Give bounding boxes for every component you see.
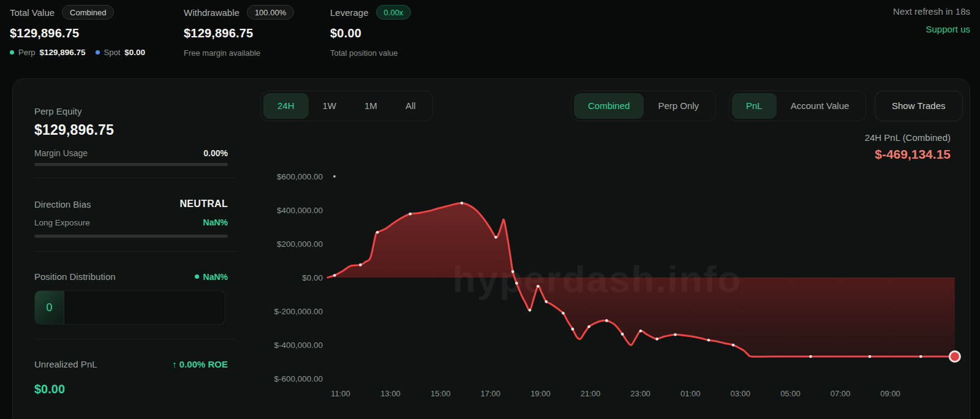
long-exposure-row: Long Exposure NaN%: [34, 217, 228, 227]
data-point: [707, 339, 710, 342]
direction-bias-value: NEUTRAL: [179, 198, 228, 210]
leverage-amount: $0.00: [330, 26, 411, 40]
withdrawable-badge: 100.00%: [247, 5, 294, 20]
y-axis-label: $-200,000.00: [274, 307, 323, 316]
timeframe-tabs: 24H1W1MAll: [260, 91, 433, 121]
divider: [34, 339, 236, 339]
data-point: [545, 300, 548, 303]
data-point: [376, 231, 379, 234]
position-distribution-box[interactable]: 0: [34, 290, 225, 325]
data-point: [511, 270, 514, 273]
data-point: [515, 282, 518, 285]
data-point: [461, 202, 464, 205]
refresh-status: Next refresh in 18s: [893, 6, 970, 17]
data-point: [587, 325, 590, 328]
distribution-dot-icon: [195, 274, 199, 279]
perp-dot-icon: [10, 50, 14, 55]
direction-bias-row: Direction Bias NEUTRAL: [34, 198, 228, 210]
position-distribution-row: Position Distribution NaN%: [34, 271, 228, 282]
tab-scope-perp-only[interactable]: Perp Only: [644, 93, 713, 119]
y-axis-label: $200,000.00: [277, 240, 323, 249]
data-point: [655, 338, 658, 341]
unrealized-pnl-value: $0.00: [34, 382, 65, 396]
support-us-link[interactable]: Support us: [925, 24, 970, 34]
tab-timeframe-24h[interactable]: 24H: [263, 93, 309, 119]
pnl-summary-label: 24H PnL (Combined): [865, 132, 951, 143]
margin-usage-label: Margin Usage: [34, 148, 88, 158]
x-axis-label: 15:00: [431, 389, 451, 398]
spot-dot-icon: [96, 50, 100, 55]
x-axis-label: 13:00: [380, 389, 401, 398]
data-point: [333, 274, 336, 277]
pnl-summary: 24H PnL (Combined) $-469,134.15: [865, 132, 951, 162]
data-point: [529, 309, 532, 312]
data-point: [605, 319, 608, 322]
total-value-label: Total Value: [10, 7, 55, 18]
margin-usage-bar: [34, 163, 228, 166]
unrealized-pnl-label: Unrealized PnL: [34, 359, 97, 369]
tab-scope-combined[interactable]: Combined: [574, 93, 644, 119]
data-point: [359, 263, 362, 266]
total-value-amount: $129,896.75: [10, 26, 145, 40]
data-point: [919, 355, 922, 358]
data-point: [869, 355, 872, 358]
margin-usage-row: Margin Usage 0.00%: [34, 148, 228, 158]
position-distribution-label: Position Distribution: [34, 271, 116, 282]
spot-value: $0.00: [124, 48, 145, 57]
data-point: [562, 312, 565, 315]
tab-metric-pnl[interactable]: PnL: [732, 93, 777, 119]
tab-timeframe-1m[interactable]: 1M: [350, 93, 391, 119]
leverage-sub: Total position value: [330, 48, 411, 58]
data-point: [674, 333, 677, 336]
perp-equity-value: $129,896.75: [34, 122, 114, 138]
position-distribution-value: NaN%: [203, 272, 228, 282]
data-point: [494, 236, 497, 239]
tab-timeframe-all[interactable]: All: [391, 93, 430, 119]
leverage-badge: 0.00x: [376, 5, 412, 20]
y-axis-label: $0.00: [302, 273, 323, 282]
leverage-section: Leverage 0.00x $0.00 Total position valu…: [330, 5, 411, 58]
margin-usage-value: 0.00%: [203, 148, 228, 158]
withdrawable-sub: Free margin available: [184, 48, 294, 58]
long-exposure-value: NaN%: [203, 217, 228, 227]
pnl-summary-value: $-469,134.15: [865, 147, 951, 162]
perp-equity-label: Perp Equity: [34, 106, 82, 116]
data-point: [571, 328, 575, 331]
data-point: [621, 333, 624, 336]
current-value-dot: [949, 352, 960, 362]
x-axis-label: 07:00: [831, 389, 851, 398]
divider: [34, 251, 236, 252]
x-axis-label: 09:00: [880, 389, 900, 398]
refresh-countdown: Next refresh in 18s: [893, 6, 970, 17]
total-value-badge[interactable]: Combined: [62, 5, 114, 20]
data-point: [809, 355, 812, 358]
total-value-section: Total Value Combined $129,896.75 Perp $1…: [10, 5, 145, 57]
pnl-area: [328, 203, 955, 357]
long-exposure-label: Long Exposure: [34, 218, 90, 227]
y-axis-label: $600,000.00: [277, 172, 323, 181]
max-marker-dot: [333, 175, 336, 178]
withdrawable-section: Withdrawable 100.00% $129,896.75 Free ma…: [184, 5, 294, 58]
show-trades-button[interactable]: Show Trades: [875, 91, 963, 121]
long-exposure-bar: [34, 235, 228, 238]
withdrawable-label: Withdrawable: [184, 7, 239, 18]
data-point: [639, 330, 643, 333]
pnl-chart: $600,000.00$400,000.00$200,000.00$0.00$-…: [257, 165, 968, 413]
x-axis-label: 03:00: [731, 389, 751, 398]
perp-label: Perp: [18, 48, 35, 57]
support-link-wrap: Support us: [925, 24, 970, 35]
position-distribution-stat: NaN%: [195, 272, 228, 282]
metric-tabs: PnLAccount Value: [729, 91, 866, 121]
data-point: [409, 213, 412, 216]
tab-metric-account-value[interactable]: Account Value: [777, 93, 864, 119]
y-axis-label: $-400,000.00: [274, 341, 323, 350]
x-axis-label: 23:00: [630, 389, 650, 398]
x-axis-label: 17:00: [481, 389, 501, 398]
data-point: [732, 344, 735, 347]
tab-timeframe-1w[interactable]: 1W: [309, 93, 351, 119]
direction-bias-label: Direction Bias: [34, 199, 91, 210]
y-axis-label: $-600,000.00: [274, 374, 323, 383]
x-axis-label: 21:00: [581, 389, 601, 398]
distribution-segment: 0: [35, 291, 64, 324]
divider: [34, 178, 236, 178]
